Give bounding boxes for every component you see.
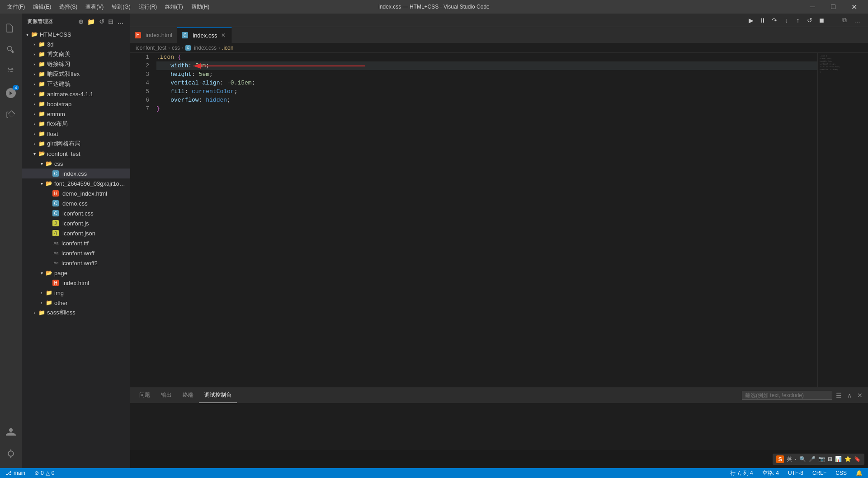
status-notification[interactable]: 🔔: [854, 468, 864, 478]
tab-index-css[interactable]: C index.css ✕: [177, 27, 232, 43]
restart-button[interactable]: ↺: [805, 15, 815, 25]
sidebar-item-sass[interactable]: 📁 sass和less: [22, 308, 130, 318]
demo-css-label: demo.css: [62, 200, 88, 207]
sidebar-item-iconfont-css[interactable]: C iconfont.css: [22, 208, 130, 218]
activity-settings[interactable]: [0, 443, 22, 464]
tab-close-button[interactable]: ✕: [220, 32, 227, 39]
split-editor-button[interactable]: ⧉: [839, 15, 850, 26]
sidebar-item-float[interactable]: 📁 float: [22, 129, 130, 139]
sidebar-item-animate[interactable]: 📁 animate.css-4.1.1: [22, 89, 130, 99]
maximize-button[interactable]: □: [823, 0, 844, 14]
3d-folder-icon: 📁: [38, 41, 45, 48]
iconfont-json-label: iconfont.json: [62, 230, 95, 237]
sidebar-item-grid[interactable]: 📁 gird网格布局: [22, 139, 130, 149]
activity-accounts[interactable]: [0, 421, 22, 443]
sidebar-item-other[interactable]: 📁 other: [22, 298, 130, 308]
tok-fill-val: currentColor: [192, 87, 234, 96]
menu-view[interactable]: 查看(V): [82, 2, 107, 12]
sidebar-item-iconfont-json[interactable]: {} iconfont.json: [22, 228, 130, 238]
status-errors[interactable]: ⊘ 0 △ 0: [33, 468, 56, 478]
titlebar: 文件(F) 编辑(E) 选择(S) 查看(V) 转到(G) 运行(R) 终端(T…: [0, 0, 868, 14]
step-into-button[interactable]: ↓: [781, 15, 791, 25]
sidebar-item-page-index[interactable]: H index.html: [22, 278, 130, 288]
minimize-button[interactable]: ─: [802, 0, 823, 14]
sidebar-item-bootstrap[interactable]: 📁 bootstrap: [22, 99, 130, 109]
sidebar-item-iconfont-js[interactable]: J iconfont.js: [22, 218, 130, 228]
activity-source-control[interactable]: [0, 61, 22, 82]
sidebar-item-flex-layout[interactable]: 📁 flex布局: [22, 119, 130, 129]
sidebar-item-index-css[interactable]: C index.css: [22, 169, 130, 178]
iconfont-js-icon: J: [52, 220, 59, 226]
tab-index-html[interactable]: H index.html: [130, 27, 177, 43]
close-button[interactable]: ✕: [844, 0, 864, 14]
code-content[interactable]: .icon { width : 5em ; he: [153, 53, 817, 387]
step-out-button[interactable]: ↑: [793, 15, 803, 25]
new-folder-icon[interactable]: 📁: [86, 17, 96, 26]
tree-root[interactable]: 📂 HTML+CSS: [22, 29, 130, 39]
titlebar-menu[interactable]: 文件(F) 编辑(E) 选择(S) 查看(V) 转到(G) 运行(R) 终端(T…: [4, 2, 213, 12]
activity-extensions[interactable]: [0, 104, 22, 126]
menu-goto[interactable]: 转到(G): [108, 2, 134, 12]
breadcrumb-part-4[interactable]: .icon: [222, 45, 233, 51]
status-git[interactable]: ⎇ main: [4, 468, 27, 478]
panel-tab-debug-console[interactable]: 调试控制台: [199, 387, 237, 403]
sidebar-item-iconfont-woff[interactable]: Aa iconfont.woff: [22, 248, 130, 258]
panel-filter-input[interactable]: [742, 391, 832, 400]
breadcrumb-part-1[interactable]: iconfont_test: [136, 45, 166, 51]
activity-search[interactable]: [0, 39, 22, 61]
sidebar-item-font-folder[interactable]: 📂 font_2664596_03gxajr1ogg6: [22, 178, 130, 188]
menu-help[interactable]: 帮助(H): [188, 2, 213, 12]
more-editor-actions[interactable]: …: [852, 15, 863, 26]
sidebar-item-3d[interactable]: 📁 3d: [22, 39, 130, 49]
refresh-icon[interactable]: ↺: [98, 17, 106, 26]
activity-run-debug[interactable]: 4: [0, 82, 22, 104]
breadcrumb-part-3[interactable]: index.css: [194, 45, 217, 51]
panel-close-icon[interactable]: ✕: [855, 391, 864, 400]
menu-edit[interactable]: 编辑(E): [29, 2, 55, 12]
step-over-button[interactable]: ↷: [769, 15, 779, 25]
sidebar-item-iconfont-ttf[interactable]: Aa iconfont.ttf: [22, 238, 130, 248]
window-controls[interactable]: ─ □ ✕: [802, 0, 864, 14]
more-actions-icon[interactable]: …: [117, 17, 125, 26]
status-spaces[interactable]: 空格: 4: [760, 468, 781, 478]
panel-tab-problems[interactable]: 问题: [134, 387, 156, 403]
pause-button[interactable]: ⏸: [758, 15, 768, 25]
panel-tab-terminal[interactable]: 终端: [177, 387, 199, 403]
bowen-arrow: [31, 51, 38, 58]
sidebar-item-zhengda[interactable]: 📁 正达建筑: [22, 79, 130, 89]
activity-explorer[interactable]: [0, 17, 22, 39]
menu-terminal[interactable]: 终端(T): [161, 2, 186, 12]
new-file-icon[interactable]: ⊕: [77, 17, 85, 26]
sidebar-header-actions[interactable]: ⊕ 📁 ↺ ⊟ …: [77, 17, 125, 26]
menu-file[interactable]: 文件(F): [4, 2, 28, 12]
code-editor[interactable]: 1 2 3 4 5 6 7 .icon {: [130, 53, 817, 387]
sidebar-item-iconfont-woff2[interactable]: Aa iconfont.woff2: [22, 258, 130, 268]
collapse-icon[interactable]: ⊟: [107, 17, 115, 26]
sidebar-item-img[interactable]: 📁 img: [22, 288, 130, 298]
breadcrumb-part-2[interactable]: css: [172, 45, 180, 51]
status-language[interactable]: CSS: [834, 468, 849, 478]
sidebar-item-emmm[interactable]: 📁 emmm: [22, 109, 130, 119]
sidebar-item-bowen[interactable]: 📁 博文南美: [22, 49, 130, 59]
sidebar-item-demo-index[interactable]: H demo_index.html: [22, 188, 130, 198]
status-position[interactable]: 行 7, 列 4: [728, 468, 755, 478]
menu-run[interactable]: 运行(R): [135, 2, 161, 12]
sidebar-item-css[interactable]: 📂 css: [22, 159, 130, 169]
sidebar-item-link[interactable]: 📁 链接练习: [22, 59, 130, 69]
stop-button[interactable]: ⏹: [816, 15, 826, 25]
panel-tab-output[interactable]: 输出: [156, 387, 177, 403]
continue-button[interactable]: ▶: [746, 15, 756, 25]
panel-chevron-up-icon[interactable]: ∧: [845, 391, 854, 400]
editor-scrollbar[interactable]: [863, 53, 868, 387]
sidebar-content: 📂 HTML+CSS 📁 3d 📁 博文南美 📁 链接练习: [22, 29, 130, 468]
warnings-icon: △: [46, 470, 50, 476]
sidebar-item-page[interactable]: 📂 page: [22, 268, 130, 278]
menu-select[interactable]: 选择(S): [56, 2, 81, 12]
tok-colon-3: :: [192, 70, 199, 79]
status-eol[interactable]: CRLF: [811, 468, 828, 478]
panel-list-icon[interactable]: ☰: [834, 391, 844, 400]
sidebar-item-demo-css[interactable]: C demo.css: [22, 198, 130, 208]
status-encoding[interactable]: UTF-8: [786, 468, 805, 478]
sidebar-item-iconfont-test[interactable]: 📂 iconfont_test: [22, 149, 130, 159]
sidebar-item-flex[interactable]: 📁 响应式和flex: [22, 69, 130, 79]
